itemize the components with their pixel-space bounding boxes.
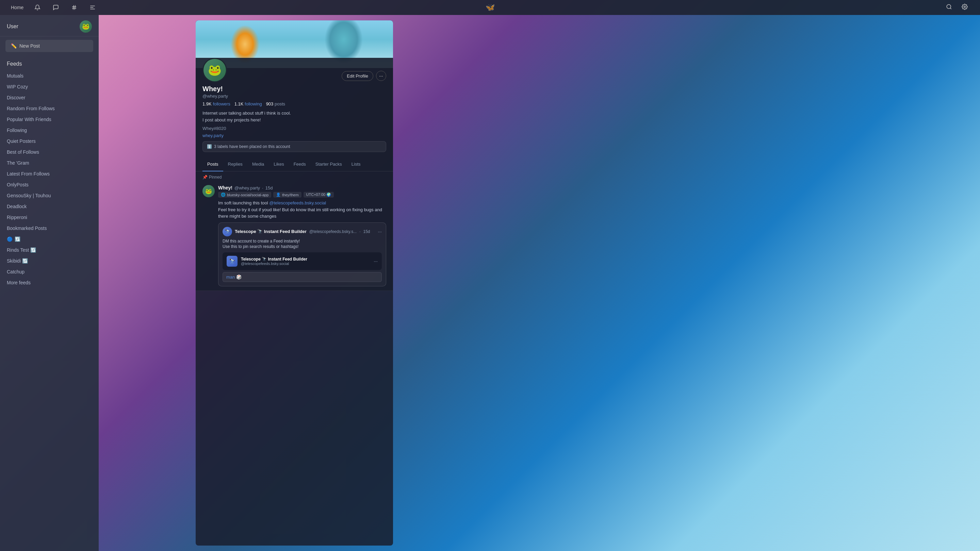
tab-posts-label: Posts: [207, 162, 218, 167]
feed-label: Random From Follows: [7, 106, 55, 111]
butterfly-icon: 🦋: [485, 3, 490, 11]
sidebar-item-skibidi[interactable]: Skibidi 🔃: [5, 256, 93, 266]
sidebar-item-rinds-test[interactable]: Rinds Test 🔃: [5, 245, 93, 256]
sidebar-item-wip-cozy[interactable]: WIP Cozy: [5, 81, 93, 92]
sidebar-item-quiet-posters[interactable]: Quiet Posters: [5, 136, 93, 147]
post-text-part1: Im soft launching this tool: [218, 200, 269, 205]
feed-label: More feeds: [7, 280, 30, 285]
sidebar-item-following[interactable]: Following: [5, 125, 93, 136]
followers-stat[interactable]: 1.9K followers: [202, 102, 231, 106]
followers-count: 1.9K: [202, 102, 212, 106]
tab-posts[interactable]: Posts: [202, 157, 223, 171]
sidebar-item-popular-with-friends[interactable]: Popular With Friends: [5, 114, 93, 125]
tab-lists[interactable]: Lists: [347, 157, 366, 171]
profile-panel: 🐸 Edit Profile ··· Whey! @whey.party 1.9…: [196, 21, 393, 546]
post-text: Im soft launching this tool @telescopefe…: [218, 200, 386, 220]
post-user-row: Whey! @whey.party · 15d: [218, 185, 386, 191]
inner-card-more-button[interactable]: ···: [374, 259, 378, 264]
inner-card-input: man 🎲: [223, 272, 382, 282]
topbar-logo[interactable]: 🦋: [485, 3, 490, 12]
app-badge: 🌐 bluesky-social/social-app: [218, 192, 271, 198]
feed-label: Bookmarked Posts: [7, 225, 47, 231]
inner-card-handle: @telescopefeeds.bsky.social: [241, 262, 370, 266]
post-link[interactable]: @telescopefeeds.bsky.social: [269, 200, 326, 205]
messages-nav[interactable]: [51, 3, 60, 12]
sidebar-item-catchup[interactable]: Catchup: [5, 266, 93, 277]
feed-label: Ripperoni: [7, 214, 27, 220]
feed-label: Popular With Friends: [7, 117, 51, 122]
profile-website[interactable]: whey.party: [202, 133, 224, 138]
sidebar-item-random-from-follows[interactable]: Random From Follows: [5, 103, 93, 114]
post-dot: ·: [262, 185, 263, 191]
inner-card[interactable]: 🔭 Telescope 🔭 Instant Feed Builder @tele…: [223, 252, 382, 270]
hashtag-nav[interactable]: [70, 3, 79, 12]
sidebar-item-bookmarked-posts[interactable]: Bookmarked Posts: [5, 223, 93, 233]
bio-line-2: I post about my projects here!: [202, 117, 386, 124]
quote-avatar: 🔭: [223, 227, 232, 237]
following-stat[interactable]: 1.1K following: [234, 102, 262, 106]
bio-line-1: Internet user talking about stuff i thin…: [202, 110, 386, 117]
sidebar-item-discover[interactable]: Discover: [5, 92, 93, 103]
feed-label: Mutuals: [7, 73, 24, 79]
sidebar-item-gensousky-touhou[interactable]: GensouSky | Touhou: [5, 190, 93, 201]
timezone-label: UTC+07:00 🌍: [306, 192, 331, 197]
quote-card[interactable]: 🔭 Telescope 🔭 Instant Feed Builder @tele…: [218, 222, 386, 287]
tab-feeds[interactable]: Feeds: [289, 157, 311, 171]
following-label: following: [245, 102, 262, 106]
quote-more-button[interactable]: ···: [378, 229, 382, 234]
feeds-header: Feeds: [5, 58, 93, 70]
post-avatar[interactable]: 🐸: [202, 185, 215, 197]
notifications-nav[interactable]: [33, 3, 42, 12]
post-text-part2: Feel free to try it out if youd like! Bu…: [218, 207, 382, 219]
pinned-text: Pinned: [209, 175, 221, 179]
edit-icon: ✏️: [11, 43, 17, 49]
sidebar-item-more-feeds[interactable]: More feeds: [5, 277, 93, 288]
sidebar-item-only-posts[interactable]: OnlyPosts: [5, 179, 93, 190]
profile-actions: Edit Profile ···: [342, 71, 386, 81]
post-username[interactable]: Whey!: [218, 185, 232, 191]
svg-line-3: [75, 5, 76, 10]
quote-handle: @telescopefeeds.bsky.s...: [309, 229, 356, 234]
feed-label: Deadlock: [7, 204, 27, 209]
feed-label: Catchup: [7, 269, 24, 275]
main-layout: User 🐸 ✏️ New Post Feeds Mutuals WIP Coz…: [0, 15, 490, 551]
tab-likes[interactable]: Likes: [269, 157, 288, 171]
tab-media[interactable]: Media: [247, 157, 269, 171]
labels-notice: ℹ️ 3 labels have been placed on this acc…: [202, 141, 386, 152]
sidebar-item-mutuals[interactable]: Mutuals: [5, 70, 93, 81]
topbar: Home 🦋: [0, 0, 490, 15]
new-post-label: New Post: [19, 43, 40, 49]
user-section-label: User: [7, 24, 18, 30]
tab-replies[interactable]: Replies: [223, 157, 247, 171]
tab-starter-packs[interactable]: Starter Packs: [311, 157, 347, 171]
tab-media-label: Media: [252, 162, 264, 167]
posts-label: posts: [275, 102, 285, 106]
menu-nav[interactable]: [88, 3, 97, 12]
new-post-button[interactable]: ✏️ New Post: [5, 40, 93, 52]
sidebar-item-deadlock[interactable]: Deadlock: [5, 201, 93, 212]
edit-profile-button[interactable]: Edit Profile: [342, 71, 373, 81]
sidebar-item-icons-feed[interactable]: 🔵 🔃: [5, 233, 93, 245]
sidebar-item-best-of-follows[interactable]: Best of Follows: [5, 147, 93, 157]
posts-section: 📌 Pinned 🐸 Whey! @whey.party · 15d: [196, 171, 393, 291]
quote-text-line2: Use this to pin search results or hashta…: [223, 244, 382, 250]
sidebar-item-latest-from-follows[interactable]: Latest From Follows: [5, 168, 93, 179]
following-count: 1.1K: [234, 102, 243, 106]
posts-count: 903: [266, 102, 274, 106]
inner-card-title: Telescope 🔭 Instant Feed Builder: [241, 257, 370, 262]
feed-label: Following: [7, 127, 27, 133]
post-content: Whey! @whey.party · 15d 🌐 bluesky-social…: [218, 185, 386, 286]
more-options-button[interactable]: ···: [376, 71, 386, 81]
pinned-label: 📌 Pinned: [196, 171, 393, 181]
more-dots-icon: ···: [379, 73, 383, 79]
feed-icon-1: 🔵: [7, 237, 13, 242]
home-nav[interactable]: Home: [11, 5, 24, 10]
sidebar-item-the-gram[interactable]: The 'Gram: [5, 157, 93, 168]
user-avatar[interactable]: 🐸: [80, 21, 92, 33]
sidebar-item-ripperoni[interactable]: Ripperoni: [5, 212, 93, 223]
profile-handle: @whey.party: [202, 94, 386, 98]
profile-avatar[interactable]: 🐸: [202, 58, 227, 82]
profile-tabs: Posts Replies Media Likes Feeds Starter …: [196, 157, 393, 171]
topbar-nav: Home: [11, 3, 97, 12]
tab-starter-packs-label: Starter Packs: [315, 162, 342, 167]
